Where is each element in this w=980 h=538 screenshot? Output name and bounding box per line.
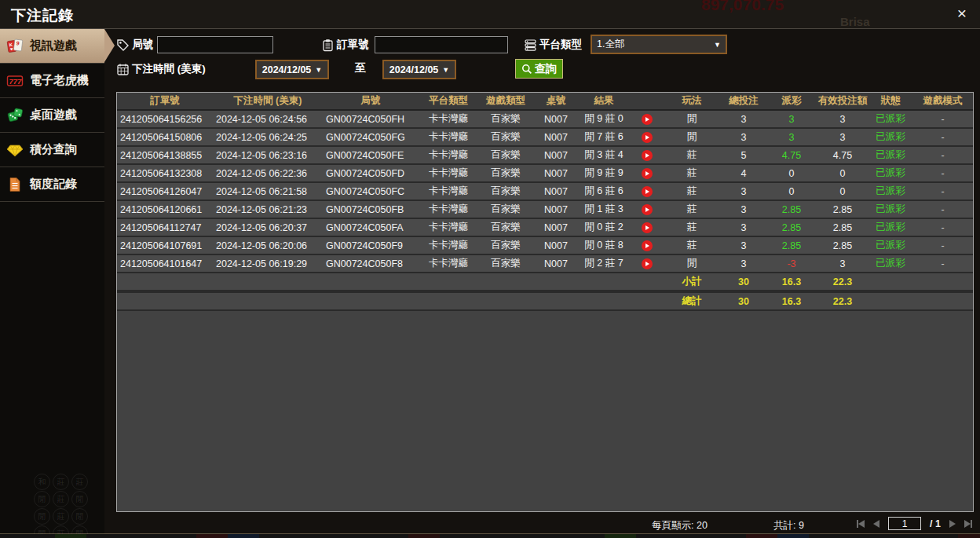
- cell-game_type: 百家樂: [478, 182, 533, 200]
- subtotal-row-cell: [629, 273, 664, 291]
- date-to-select[interactable]: 2024/12/05 ▼: [382, 60, 456, 79]
- cell-total_bet: 3: [719, 182, 768, 200]
- clipboard-icon: [321, 38, 335, 52]
- cell-order_no: 241205064107691: [117, 236, 213, 254]
- page-input[interactable]: [889, 518, 920, 529]
- close-icon[interactable]: ×: [952, 3, 972, 24]
- column-header: 狀態: [870, 93, 911, 110]
- replay-button[interactable]: [642, 240, 653, 251]
- cell-bet_time: 2024-12-05 06:21:58: [213, 182, 323, 200]
- cell-bet_time: 2024-12-05 06:24:56: [213, 110, 323, 128]
- cell-mode: -: [911, 200, 974, 218]
- replay-button[interactable]: [642, 150, 653, 161]
- cell-play: 莊: [664, 200, 719, 218]
- page-title: 下注記錄: [11, 5, 74, 26]
- cell-platform: 卡卡灣廳: [419, 254, 478, 273]
- replay-button[interactable]: [642, 132, 653, 143]
- sidebar-item-label: 電子老虎機: [30, 73, 89, 88]
- cell-game_no: GN00724C050F8: [323, 254, 419, 273]
- table-row: 2412050641206612024-12-05 06:21:23GN0072…: [117, 200, 974, 218]
- cell-result: 閒 7 莊 6: [579, 128, 629, 146]
- first-page-button[interactable]: [857, 520, 865, 528]
- platform-type-select[interactable]: 1.全部 ▼: [591, 35, 727, 54]
- order-no-input[interactable]: [375, 36, 508, 53]
- sidebar-item-table-games[interactable]: 桌面遊戲: [0, 98, 104, 133]
- cell-total_bet: 3: [719, 200, 768, 218]
- background-game-bleed-strip: [0, 534, 980, 538]
- total-row-cell: [911, 291, 974, 310]
- play-icon: [645, 171, 649, 176]
- sidebar-item-slots[interactable]: 777電子老虎機: [0, 64, 104, 98]
- sidebar-item-video-games[interactable]: K♥9視訊遊戲: [0, 29, 104, 64]
- sidebar-item-label: 額度記錄: [30, 177, 77, 192]
- cell-bet_time: 2024-12-05 06:19:29: [213, 254, 323, 273]
- cell-valid_bet: 0: [815, 182, 870, 200]
- cell-game_no: GN00724C050FG: [323, 128, 419, 146]
- cell-payout: 2.85: [768, 218, 815, 236]
- grand-total-label: 共計: 9: [773, 519, 804, 533]
- column-header: 有效投注額: [815, 93, 870, 110]
- bead-bleed: 莊: [71, 474, 88, 490]
- replay-button[interactable]: [642, 222, 653, 233]
- replay-button[interactable]: [642, 168, 653, 179]
- date-from-select[interactable]: 2024/12/05 ▼: [255, 60, 329, 79]
- cell-game_type: 百家樂: [478, 254, 533, 273]
- cell-game_no: GN00724C050FD: [323, 164, 419, 182]
- cell-game_no: GN00724C050FE: [323, 146, 419, 164]
- table-row: 2412050641016472024-12-05 06:19:29GN0072…: [117, 254, 974, 273]
- betting-records-window: 897,070.75 Brisa 下注記錄 × 和莊莊閒莊閒閒莊閒閒莊閒 K♥9…: [0, 0, 980, 538]
- cell-total_bet: 3: [719, 218, 768, 236]
- cell-play: 莊: [664, 182, 719, 200]
- replay-button[interactable]: [642, 114, 653, 125]
- cell-status: 已派彩: [870, 236, 911, 254]
- cell-status: 已派彩: [870, 146, 911, 164]
- cell-status: 已派彩: [870, 254, 911, 273]
- cell-result: 閒 6 莊 6: [579, 182, 629, 200]
- cell-bet_time: 2024-12-05 06:21:23: [213, 200, 323, 218]
- subtotal-row-cell: [870, 273, 911, 291]
- cell-valid_bet: 4.75: [815, 146, 870, 164]
- cell-mode: -: [911, 110, 974, 128]
- subtotal-row-cell: 16.3: [768, 273, 815, 291]
- tag-icon: [116, 38, 130, 52]
- cell-payout: 0: [768, 164, 815, 182]
- cell-platform: 卡卡灣廳: [419, 182, 478, 200]
- next-page-button[interactable]: [949, 520, 956, 528]
- cell-bet_time: 2024-12-05 06:20:37: [213, 218, 323, 236]
- table-row: 2412050641388552024-12-05 06:23:16GN0072…: [117, 146, 974, 164]
- cell-replay: [629, 200, 664, 218]
- replay-button[interactable]: [642, 204, 653, 215]
- pager: / 1: [857, 517, 972, 530]
- column-header: 平台類型: [419, 93, 478, 110]
- background-brand-bleed: Brisa: [840, 15, 870, 28]
- cell-total_bet: 4: [719, 164, 768, 182]
- sidebar-item-credit-log[interactable]: 額度記錄: [0, 167, 104, 202]
- bead-bleed: 閒: [34, 491, 50, 507]
- replay-button[interactable]: [642, 186, 653, 197]
- prev-page-button[interactable]: [873, 520, 879, 528]
- document-icon: [6, 176, 24, 193]
- cell-game_type: 百家樂: [478, 164, 533, 182]
- cell-payout: -3: [768, 254, 815, 273]
- cell-table_no: N007: [533, 182, 579, 200]
- cell-platform: 卡卡灣廳: [419, 164, 478, 182]
- bead-bleed: 閒: [34, 508, 50, 525]
- play-icon: [645, 225, 649, 230]
- total-row-cell: 22.3: [815, 291, 870, 310]
- cell-game_no: GN00724C050F9: [323, 236, 419, 254]
- cell-status: 已派彩: [870, 128, 911, 146]
- search-button[interactable]: 查詢: [515, 59, 563, 79]
- column-header: 局號: [323, 93, 419, 110]
- game-no-input[interactable]: [157, 36, 273, 53]
- last-page-button[interactable]: [964, 520, 972, 528]
- cell-total_bet: 5: [719, 146, 768, 164]
- column-header: 結果: [579, 93, 629, 110]
- bead-bleed: 閒: [71, 508, 88, 525]
- bead-bleed: 莊: [53, 491, 69, 507]
- cell-payout: 3: [768, 128, 815, 146]
- sidebar-item-points-query[interactable]: 積分查詢: [0, 133, 104, 167]
- replay-button[interactable]: [642, 258, 653, 269]
- table-header-row: 訂單號下注時間 (美東)局號平台類型遊戲類型桌號結果玩法總投注派彩有效投注額狀態…: [117, 93, 974, 110]
- cell-replay: [629, 236, 664, 254]
- platform-type-value: 1.全部: [597, 38, 714, 51]
